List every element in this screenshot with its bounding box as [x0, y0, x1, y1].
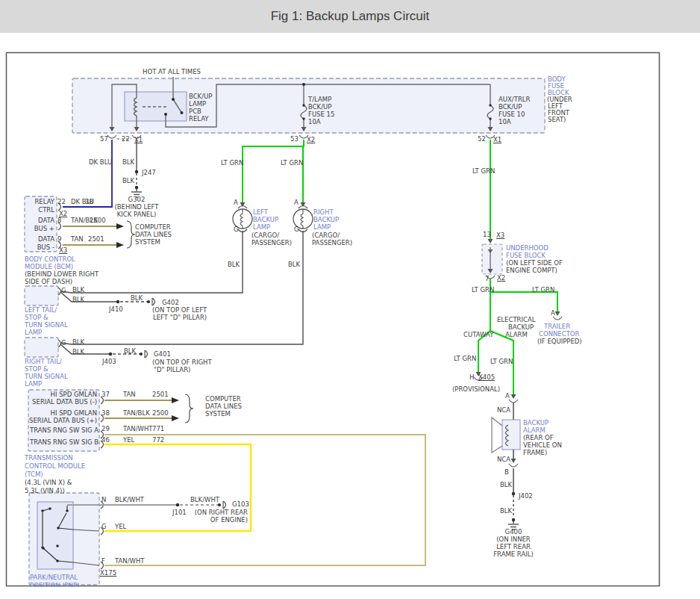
circuit-svg	[0, 0, 700, 599]
body-fuse-block-group	[72, 77, 545, 139]
page: Fig 1: Backup Lamps Circuit	[0, 0, 700, 599]
pnp-switch-group	[29, 493, 104, 585]
